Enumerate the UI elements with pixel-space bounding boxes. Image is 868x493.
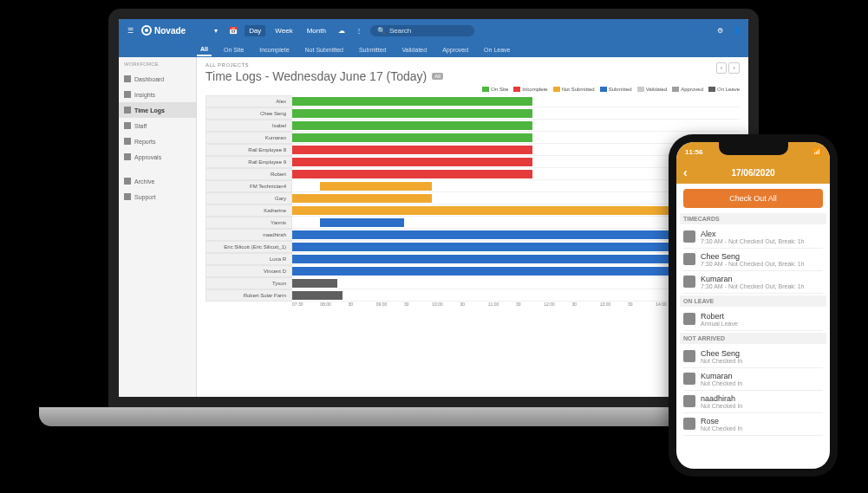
gantt-row: Katherine <box>206 204 740 217</box>
nav-label: Approvals <box>134 154 161 160</box>
view-month[interactable]: Month <box>303 25 330 36</box>
gantt-bar[interactable] <box>292 194 432 203</box>
gantt-row: Robert Solar Farm <box>206 289 740 302</box>
phone-list-item[interactable]: Chee Seng7:30 AM - Not Checked Out, Brea… <box>683 249 823 271</box>
settings-icon[interactable]: ⚙ <box>714 24 726 36</box>
avatar-icon <box>683 276 695 288</box>
gantt-row-label: Chee Seng <box>206 107 292 120</box>
sidebar-item-dashboard[interactable]: Dashboard <box>119 71 196 87</box>
gantt-bar[interactable] <box>292 279 337 288</box>
sidebar-item-insights[interactable]: Insights <box>119 87 196 102</box>
filter-tab-all[interactable]: All <box>197 43 212 56</box>
gantt-row-label: Luca R <box>206 253 292 265</box>
filter-tab-incomplete[interactable]: Incomplete <box>256 44 292 55</box>
gantt-row: Gary <box>206 192 740 204</box>
avatar-icon <box>683 418 695 430</box>
filter-tab-submitted[interactable]: Submitted <box>356 44 390 55</box>
account-icon[interactable]: 👤 <box>731 24 743 36</box>
view-week[interactable]: Week <box>271 25 297 36</box>
menu-icon[interactable]: ☰ <box>124 24 136 36</box>
gantt-bar[interactable] <box>320 218 404 227</box>
gantt-row: Vincent D <box>206 265 740 277</box>
item-name: Kumaran <box>701 275 804 283</box>
gantt-bar[interactable] <box>292 109 532 118</box>
gantt-row-label: Vincent D <box>206 265 292 277</box>
gantt-bar[interactable] <box>292 170 532 178</box>
next-button[interactable]: › <box>728 62 740 74</box>
item-sub: Not Checked In <box>701 380 742 386</box>
filter-tab-not-submitted[interactable]: Not Submitted <box>302 44 347 55</box>
gantt-bar[interactable] <box>292 158 532 166</box>
phone-list-item[interactable]: Alex7:30 AM - Not Checked Out, Break: 1h <box>683 226 823 249</box>
gantt-bar[interactable] <box>292 146 532 154</box>
filter-tab-on-site[interactable]: On Site <box>220 44 247 55</box>
filter-tab-approved[interactable]: Approved <box>439 44 472 55</box>
phone-list-item[interactable]: RoseNot Checked In <box>683 413 823 436</box>
nav-icon <box>124 122 131 129</box>
item-sub: Not Checked In <box>701 425 742 431</box>
gantt-chart: AlexChee SengIsabelKumaranRail Employee … <box>206 95 740 302</box>
nav-icon <box>124 193 131 200</box>
sidebar: WORKFORCE DashboardInsightsTime LogsStaf… <box>119 57 197 397</box>
nav-label: Time Logs <box>134 107 165 114</box>
axis-tick: 10:00 <box>432 302 460 307</box>
avatar-icon <box>683 373 695 385</box>
filter-tab-validated[interactable]: Validated <box>398 44 430 55</box>
axis-tick: 30 <box>404 302 432 307</box>
gantt-row-label: Tyson <box>206 277 292 289</box>
filter-tab-on-leave[interactable]: On Leave <box>480 44 513 55</box>
checkout-all-button[interactable]: Check Out All <box>683 189 823 208</box>
view-day[interactable]: Day <box>245 25 265 36</box>
back-button[interactable]: ‹ <box>683 165 688 179</box>
legend-item: Not Submitted <box>553 87 595 92</box>
content: WORKFORCE DashboardInsightsTime LogsStaf… <box>119 57 748 397</box>
gantt-row: Eric Silicott (Eric Silicott_1) <box>206 241 740 253</box>
page-title: Time Logs - Wednesday June 17 (Today) Al… <box>206 69 443 83</box>
gantt-row: Robert <box>206 168 740 180</box>
gantt-row-label: Yannis <box>206 217 292 229</box>
gantt-row: Chee Seng <box>206 107 740 120</box>
gantt-bar[interactable] <box>292 97 532 106</box>
gantt-bar[interactable] <box>292 133 532 142</box>
nav-icon <box>124 178 131 185</box>
sidebar-item-archive[interactable]: Archive <box>119 173 196 189</box>
search-input[interactable]: 🔍 Search <box>370 25 474 36</box>
nav-label: Dashboard <box>134 76 164 82</box>
avatar-icon <box>683 253 695 265</box>
sidebar-item-time-logs[interactable]: Time Logs <box>119 102 196 118</box>
axis-tick: 30 <box>572 302 600 307</box>
item-name: Chee Seng <box>701 349 742 358</box>
sidebar-item-reports[interactable]: Reports <box>119 133 196 149</box>
filter-icon[interactable]: ▾ <box>210 24 222 36</box>
legend-swatch <box>672 87 679 92</box>
phone-list-item[interactable]: naadhirahNot Checked In <box>683 391 823 413</box>
brand-label: Novade <box>154 26 186 36</box>
brand: Novade <box>141 25 186 36</box>
item-sub: Not Checked In <box>701 358 742 364</box>
prev-button[interactable]: ‹ <box>716 62 728 74</box>
sidebar-item-approvals[interactable]: Approvals <box>119 149 196 165</box>
phone-list-item[interactable]: RobertAnnual Leave <box>683 308 823 331</box>
gantt-row-label: Alex <box>206 95 292 107</box>
phone-list-item[interactable]: Kumaran7:30 AM - Not Checked Out, Break:… <box>683 271 823 294</box>
legend-label: On Leave <box>717 87 740 92</box>
sidebar-item-support[interactable]: Support <box>119 189 196 204</box>
gantt-bar[interactable] <box>292 121 532 130</box>
gantt-row-label: Katherine <box>206 204 292 217</box>
gantt-row-label: Kumaran <box>206 132 292 144</box>
more-icon[interactable]: ⋮ <box>353 24 365 36</box>
legend-swatch <box>513 87 520 92</box>
cloud-icon[interactable]: ☁ <box>336 24 348 36</box>
phone-list-item[interactable]: KumaranNot Checked In <box>683 368 823 391</box>
phone-list-item[interactable]: Chee SengNot Checked In <box>683 346 823 368</box>
gantt-bar[interactable] <box>292 291 343 300</box>
title-badge[interactable]: All <box>432 73 443 80</box>
nav-label: Insights <box>134 92 155 98</box>
phone-body: Check Out All TIMECARDSAlex7:30 AM - Not… <box>676 184 830 469</box>
nav-label: Staff <box>134 123 147 129</box>
item-name: naadhirah <box>701 394 742 403</box>
calendar-icon[interactable]: 📅 <box>227 24 239 36</box>
gantt-bar[interactable] <box>320 182 432 191</box>
nav-label: Reports <box>134 139 156 145</box>
sidebar-item-staff[interactable]: Staff <box>119 118 196 133</box>
